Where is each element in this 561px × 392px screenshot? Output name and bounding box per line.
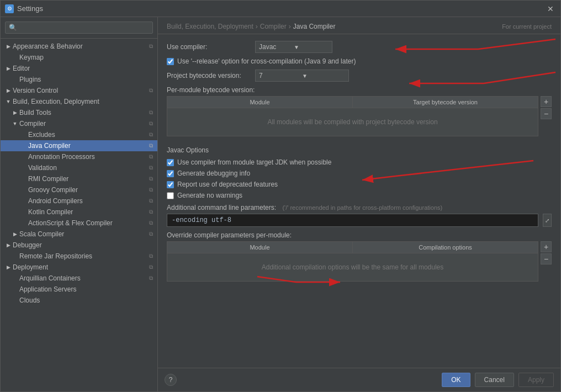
sidebar-item-label: Plugins <box>19 76 41 83</box>
option-3-checkbox[interactable] <box>167 192 174 199</box>
sidebar-item-label: Version Control <box>13 87 58 94</box>
sidebar-item-label: RMI Compiler <box>28 175 68 183</box>
bottom-right: OK Cancel Apply <box>442 373 554 387</box>
ok-button[interactable]: OK <box>442 373 470 387</box>
search-input[interactable] <box>5 22 153 34</box>
breadcrumb-part-2: Compiler <box>260 23 287 30</box>
bottom-left: ? <box>165 374 177 386</box>
sidebar-item-label: Build Tools <box>19 109 51 116</box>
sidebar-item-compiler[interactable]: ▼ Compiler ⧉ <box>1 118 157 129</box>
sidebar-item-kotlin[interactable]: Kotlin Compiler ⧉ <box>1 206 157 218</box>
sidebar-item-app-servers[interactable]: Application Servers <box>1 284 157 295</box>
title-bar-left: ⚙ Settings <box>5 4 43 13</box>
dropdown-arrow-icon: ▼ <box>294 44 329 50</box>
sidebar-item-label: Annotation Processors <box>28 153 95 161</box>
dropdown-arrow-icon: ▼ <box>302 73 345 79</box>
option-1-label: Generate debugging info <box>177 169 250 177</box>
spacer <box>20 131 27 138</box>
use-compiler-row: Use compiler: Javac ▼ <box>167 41 552 53</box>
sidebar-item-validation[interactable]: Validation ⧉ <box>1 162 157 173</box>
option-0-label: Use compiler from module target JDK when… <box>177 158 331 166</box>
breadcrumb-current: Java Compiler <box>293 23 336 30</box>
option-2-checkbox[interactable] <box>167 181 174 188</box>
module-table-empty: All modules will be compiled with projec… <box>267 118 437 126</box>
option-0-checkbox[interactable] <box>167 159 174 166</box>
sidebar-item-build-tools[interactable]: ▶ Build Tools ⧉ <box>1 107 157 118</box>
override-options-col: Compilation options <box>353 242 538 253</box>
sidebar-item-rmi[interactable]: RMI Compiler ⧉ <box>1 173 157 184</box>
expand-button[interactable]: ⤢ <box>543 214 552 227</box>
sidebar-item-actionscript[interactable]: ActionScript & Flex Compiler ⧉ <box>1 218 157 229</box>
help-button[interactable]: ? <box>165 374 177 386</box>
sidebar-item-deployment[interactable]: ▶ Deployment ⧉ <box>1 262 157 273</box>
javac-options-title: Javac Options <box>167 146 552 154</box>
remove-module-button[interactable]: − <box>541 108 552 119</box>
sidebar-item-label: Keymap <box>19 54 44 61</box>
add-module-button[interactable]: + <box>541 96 552 107</box>
sidebar-item-remote-jar[interactable]: Remote Jar Repositories ⧉ <box>1 251 157 262</box>
sidebar-item-clouds[interactable]: Clouds <box>1 295 157 306</box>
sidebar-item-label: Java Compiler <box>28 142 71 150</box>
module-table-body: All modules will be compiled with projec… <box>167 108 538 136</box>
override-label: Override compiler parameters per-module: <box>167 231 292 239</box>
sidebar-item-label: Groovy Compiler <box>28 186 78 194</box>
additional-params-input-row: ⤢ <box>167 214 552 227</box>
option-row-2: Report use of deprecated features <box>167 181 552 188</box>
sidebar-item-build[interactable]: ▼ Build, Execution, Deployment <box>1 96 157 107</box>
sidebar-item-groovy[interactable]: Groovy Compiler ⧉ <box>1 184 157 195</box>
expand-icon: ▼ <box>5 98 12 105</box>
option-1-checkbox[interactable] <box>167 170 174 177</box>
sidebar-item-label: Compiler <box>19 120 46 128</box>
module-table-header: Module Target bytecode version <box>167 97 538 108</box>
option-3-label: Generate no warnings <box>177 192 242 199</box>
override-table-empty: Additional compilation options will be t… <box>262 263 444 271</box>
additional-params-input[interactable] <box>167 214 538 227</box>
breadcrumb-path: Build, Execution, Deployment › Compiler … <box>167 23 335 30</box>
per-module-label-row: Per-module bytecode version: <box>167 86 552 94</box>
add-override-button[interactable]: + <box>541 241 552 252</box>
title-bar: ⚙ Settings ✕ <box>1 1 560 17</box>
sidebar-item-annotation[interactable]: Annotation Processors ⧉ <box>1 151 157 162</box>
option-2-label: Report use of deprecated features <box>177 181 278 188</box>
override-table-section: Module Compilation options Additional co… <box>167 241 552 286</box>
sidebar-item-version-control[interactable]: ▶ Version Control ⧉ <box>1 85 157 96</box>
sidebar-item-appearance[interactable]: ▶ Appearance & Behavior ⧉ <box>1 41 157 52</box>
sidebar-item-keymap[interactable]: Keymap <box>1 52 157 63</box>
sidebar-item-arquillian[interactable]: Arquillian Containers ⧉ <box>1 273 157 284</box>
sidebar-item-plugins[interactable]: Plugins <box>1 74 157 85</box>
copy-icon: ⧉ <box>149 131 153 138</box>
sidebar-item-label: Android Compilers <box>28 197 83 205</box>
apply-button[interactable]: Apply <box>518 373 554 387</box>
copy-icon: ⧉ <box>149 176 153 182</box>
sidebar-item-debugger[interactable]: ▶ Debugger <box>1 240 157 251</box>
sidebar-item-excludes[interactable]: Excludes ⧉ <box>1 129 157 140</box>
release-option-checkbox[interactable] <box>167 58 174 65</box>
spacer <box>20 165 27 171</box>
expand-icon: ▶ <box>5 87 12 94</box>
close-button[interactable]: ✕ <box>545 3 556 14</box>
copy-icon: ⧉ <box>149 231 153 237</box>
additional-params-note: ('/' recommended in paths for cross-plat… <box>282 204 442 211</box>
settings-icon: ⚙ <box>5 4 14 13</box>
expand-icon: ▶ <box>12 109 18 116</box>
right-panel-wrapper: Build, Execution, Deployment › Compiler … <box>158 17 560 391</box>
module-table-section: Module Target bytecode version All modul… <box>167 96 552 141</box>
copy-icon: ⧉ <box>149 120 153 127</box>
compiler-dropdown[interactable]: Javac ▼ <box>255 41 332 53</box>
breadcrumb-part-1: Build, Execution, Deployment <box>167 23 253 30</box>
override-table-header: Module Compilation options <box>167 242 538 253</box>
option-row-0: Use compiler from module target JDK when… <box>167 158 552 166</box>
expand-icon: ▶ <box>5 242 12 248</box>
sidebar-item-editor[interactable]: ▶ Editor <box>1 63 157 74</box>
bytecode-dropdown[interactable]: 7 ▼ <box>255 70 349 82</box>
cancel-button[interactable]: Cancel <box>475 373 514 387</box>
override-table-actions: + − <box>541 241 552 264</box>
sidebar-item-label: Validation <box>28 164 57 172</box>
remove-override-button[interactable]: − <box>541 253 552 264</box>
sidebar-item-java-compiler[interactable]: Java Compiler ⧉ <box>1 140 157 151</box>
spacer <box>20 176 27 182</box>
copy-icon: ⧉ <box>149 198 153 204</box>
sidebar-item-android[interactable]: Android Compilers ⧉ <box>1 195 157 206</box>
sidebar-item-scala[interactable]: ▶ Scala Compiler ⧉ <box>1 229 157 240</box>
sidebar-item-label: Kotlin Compiler <box>28 208 73 216</box>
